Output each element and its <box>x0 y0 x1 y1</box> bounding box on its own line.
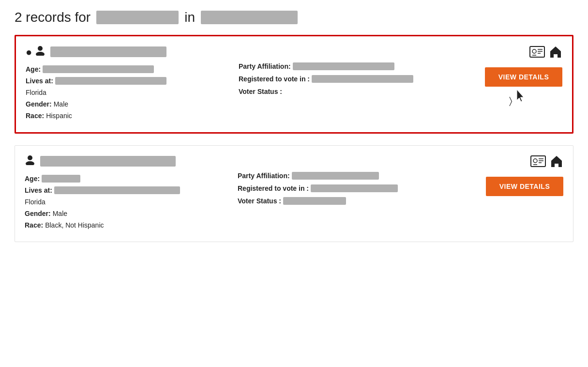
party-label-1: Party Affiliation: <box>239 62 291 70</box>
gender-row-2: Gender: Male <box>25 210 238 217</box>
party-row-2: Party Affiliation: <box>238 172 476 180</box>
state-1: Florida <box>26 89 239 96</box>
header-location-redacted <box>201 11 298 24</box>
gender-row-1: Gender: Male <box>26 100 239 108</box>
race-value-2: Black, Not Hispanic <box>45 221 104 229</box>
svg-point-1 <box>36 52 45 56</box>
age-row-2: Age: <box>25 175 238 183</box>
name-redacted-2 <box>40 156 176 167</box>
record-left-2: Age: Lives at: Florida Gender: Male Race… <box>25 154 238 233</box>
icons-row-1 <box>529 45 562 61</box>
record-card-2: Age: Lives at: Florida Gender: Male Race… <box>15 145 573 242</box>
registered-value-redacted-1 <box>312 75 413 83</box>
svg-point-9 <box>26 161 34 165</box>
age-value-redacted-2 <box>42 175 80 183</box>
gender-value-2: Male <box>53 210 67 217</box>
id-card-icon-2 <box>530 154 546 171</box>
svg-point-11 <box>533 159 537 163</box>
lives-at-value-redacted-2 <box>54 186 180 194</box>
record-left-1: ● Age: Lives at: Florida Gend <box>26 45 239 123</box>
header-in-text: in <box>184 10 195 25</box>
gender-label-2: Gender: <box>25 210 51 217</box>
age-label-1: Age: <box>26 65 41 73</box>
lives-at-row-1: Lives at: <box>26 77 239 85</box>
race-row-2: Race: Black, Not Hispanic <box>25 221 238 229</box>
name-redacted-1 <box>50 46 166 57</box>
registered-row-1: Registered to vote in : <box>239 75 475 83</box>
voter-status-row-2: Voter Status : <box>238 197 476 205</box>
name-row-1: ● <box>26 45 239 59</box>
lives-at-row-2: Lives at: <box>25 186 238 194</box>
header-name-redacted <box>96 11 179 24</box>
home-icon-1 <box>549 45 562 61</box>
state-2: Florida <box>25 198 238 206</box>
lives-at-label-1: Lives at: <box>26 77 53 85</box>
record-right-2: VIEW DETAILS <box>476 154 563 233</box>
cursor-icon-1: 〉 <box>509 89 529 107</box>
race-label-2: Race: <box>25 221 43 229</box>
party-value-redacted-1 <box>293 62 394 70</box>
home-icon-2 <box>550 154 563 171</box>
voter-status-label-2: Voter Status : <box>238 197 281 205</box>
voter-status-label-1: Voter Status : <box>239 88 282 95</box>
record-middle-2: Party Affiliation: Registered to vote in… <box>238 154 476 233</box>
record-middle-1: Party Affiliation: Registered to vote in… <box>239 45 475 123</box>
registered-label-1: Registered to vote in : <box>239 75 310 83</box>
registered-value-redacted-2 <box>311 184 398 192</box>
lives-at-value-redacted-1 <box>55 77 166 85</box>
voter-status-value-redacted-2 <box>283 197 346 205</box>
person-icon-2 <box>25 154 35 168</box>
icons-row-2 <box>530 154 563 171</box>
page-header: 2 records for in <box>15 10 573 25</box>
lives-at-label-2: Lives at: <box>25 186 52 194</box>
age-value-redacted-1 <box>43 65 154 73</box>
race-value-1: Hispanic <box>46 112 72 120</box>
party-value-redacted-2 <box>292 172 379 180</box>
view-details-button-2[interactable]: VIEW DETAILS <box>486 177 563 196</box>
person-icon-1: ● <box>26 45 45 59</box>
race-label-1: Race: <box>26 112 44 120</box>
record-right-1: VIEW DETAILS 〉 <box>475 45 562 123</box>
party-row-1: Party Affiliation: <box>239 62 475 70</box>
gender-value-1: Male <box>54 100 68 108</box>
race-row-1: Race: Hispanic <box>26 112 239 120</box>
name-row-2 <box>25 154 238 168</box>
record-card-1: ● Age: Lives at: Florida Gend <box>15 35 573 134</box>
svg-point-3 <box>532 49 536 53</box>
age-label-2: Age: <box>25 175 40 183</box>
registered-label-2: Registered to vote in : <box>238 184 309 192</box>
voter-status-row-1: Voter Status : <box>239 88 475 95</box>
gender-label-1: Gender: <box>26 100 52 108</box>
id-card-icon-1 <box>529 45 545 61</box>
svg-point-0 <box>38 46 43 51</box>
header-prefix: 2 records for <box>15 10 90 25</box>
registered-row-2: Registered to vote in : <box>238 184 476 192</box>
age-row-1: Age: <box>26 65 239 73</box>
view-details-button-1[interactable]: VIEW DETAILS <box>485 67 562 87</box>
party-label-2: Party Affiliation: <box>238 172 290 180</box>
svg-point-8 <box>28 155 32 160</box>
